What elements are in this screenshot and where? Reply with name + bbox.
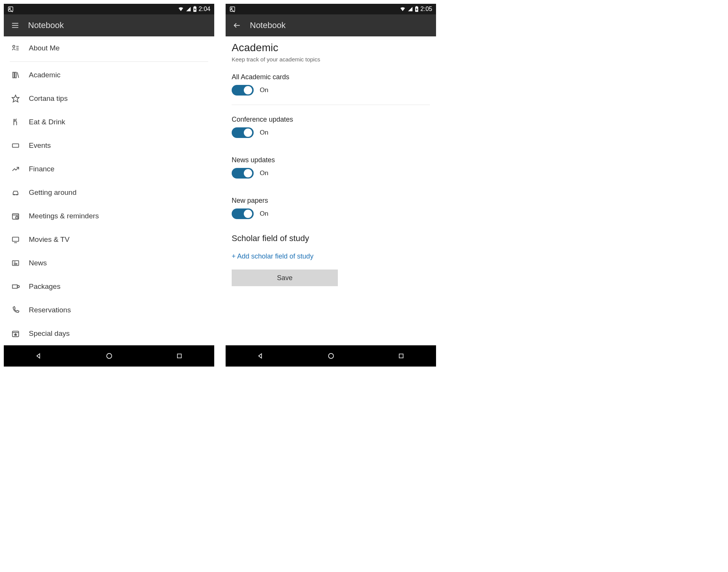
back-icon[interactable] [232, 21, 242, 30]
nav-back-icon[interactable] [256, 351, 265, 360]
svg-point-40 [328, 353, 333, 358]
list-item-finance[interactable]: Finance [10, 157, 208, 181]
list-item-label: Eat & Drink [29, 118, 65, 126]
page-title: Academic [232, 36, 430, 54]
statusbar-time: 2:05 [420, 6, 432, 13]
scholar-field-title: Scholar field of study [232, 234, 430, 243]
list-item-label: Cortana tips [29, 94, 67, 103]
svg-rect-27 [13, 285, 17, 288]
page-subtitle: Keep track of your academic topics [232, 56, 430, 63]
signal-icon [186, 6, 191, 12]
toggle-all-cards[interactable] [232, 85, 254, 96]
nav-home-icon[interactable] [105, 351, 114, 360]
chart-up-icon [11, 164, 20, 174]
svg-rect-11 [13, 72, 14, 78]
list-item-label: Special days [29, 329, 70, 338]
nav-home-icon[interactable] [326, 351, 336, 360]
car-icon [11, 188, 20, 197]
appbar-title: Notebook [250, 20, 286, 30]
list-item-packages[interactable]: Packages [10, 275, 208, 298]
list-item-meetings-reminders[interactable]: Meetings & reminders [10, 204, 208, 228]
toggle-conference[interactable] [232, 127, 254, 138]
svg-rect-12 [15, 72, 16, 78]
calendar-star-icon [11, 329, 20, 338]
statusbar: 2:04 [4, 4, 214, 14]
svg-rect-15 [13, 144, 19, 147]
toggle-state: On [260, 169, 268, 177]
list-item-cortana-tips[interactable]: Cortana tips [10, 87, 208, 110]
battery-charging-icon [193, 6, 197, 12]
calendar-clock-icon [11, 211, 20, 221]
svg-rect-37 [416, 6, 417, 7]
svg-rect-34 [230, 7, 235, 11]
toggle-state: On [260, 129, 268, 136]
statusbar-time: 2:04 [199, 6, 210, 13]
list-item-label: Getting around [29, 188, 77, 197]
person-list-icon [11, 43, 20, 53]
list-item-movies-tv[interactable]: Movies & TV [10, 228, 208, 251]
list-item-eat-drink[interactable]: Eat & Drink [10, 110, 208, 134]
android-navbar [226, 345, 436, 367]
svg-rect-0 [8, 7, 13, 11]
list-item-about-me[interactable]: About Me [10, 36, 208, 60]
svg-line-13 [17, 72, 19, 78]
picture-icon [229, 6, 235, 12]
add-scholar-field-link[interactable]: + Add scholar field of study [232, 252, 430, 260]
list-item-getting-around[interactable]: Getting around [10, 181, 208, 204]
svg-point-7 [13, 45, 15, 48]
list-item-label: Movies & TV [29, 235, 69, 244]
svg-point-16 [14, 194, 14, 195]
statusbar: 2:05 [226, 4, 436, 14]
academic-settings: Academic Keep track of your academic top… [226, 36, 436, 345]
package-icon [11, 282, 20, 291]
phone-left: 2:04 Notebook About Me Academic Cortana [4, 4, 214, 367]
appbar-title: Notebook [28, 20, 64, 30]
setting-label-conference: Conference updates [232, 116, 430, 124]
list-item-academic[interactable]: Academic [10, 63, 208, 87]
setting-label-all-cards: All Academic cards [232, 73, 430, 81]
list-item-special-days[interactable]: Special days [10, 322, 208, 345]
phone-reservation-icon [11, 305, 20, 315]
svg-point-28 [17, 285, 20, 288]
appbar: Notebook [4, 14, 214, 36]
star-icon [11, 94, 20, 103]
svg-point-1 [9, 8, 11, 9]
list-item-label: Academic [29, 71, 60, 79]
toggle-new-papers[interactable] [232, 208, 254, 219]
svg-marker-14 [12, 95, 19, 102]
nav-recent-icon[interactable] [175, 351, 184, 360]
toggle-state: On [260, 86, 268, 94]
picture-icon [8, 6, 14, 12]
wifi-icon [400, 6, 406, 12]
toggle-news[interactable] [232, 168, 254, 179]
appbar: Notebook [226, 14, 436, 36]
svg-rect-3 [194, 6, 195, 7]
android-navbar [4, 345, 214, 367]
list-item-label: Meetings & reminders [29, 212, 99, 220]
divider [232, 105, 430, 105]
list-item-news[interactable]: News [10, 251, 208, 275]
signal-icon [408, 6, 413, 12]
list-item-label: Events [29, 141, 51, 150]
list-item-label: About Me [29, 44, 60, 52]
divider [10, 61, 208, 62]
wifi-icon [178, 6, 184, 12]
setting-label-new-papers: New papers [232, 197, 430, 205]
svg-rect-41 [399, 354, 403, 358]
menu-icon[interactable] [11, 21, 20, 30]
battery-charging-icon [415, 6, 419, 12]
save-button-label: Save [277, 274, 292, 282]
svg-point-32 [107, 353, 111, 358]
list-item-events[interactable]: Events [10, 134, 208, 157]
ticket-icon [11, 141, 20, 150]
setting-label-news: News updates [232, 156, 430, 164]
save-button[interactable]: Save [232, 270, 338, 286]
svg-point-17 [17, 194, 17, 195]
list-item-reservations[interactable]: Reservations [10, 298, 208, 322]
phone-right: 2:05 Notebook Academic Keep track of you… [226, 4, 436, 367]
list-item-label: Packages [29, 282, 60, 291]
svg-marker-39 [259, 354, 262, 358]
nav-back-icon[interactable] [35, 351, 44, 360]
nav-recent-icon[interactable] [397, 351, 406, 360]
list-item-label: News [29, 259, 47, 267]
